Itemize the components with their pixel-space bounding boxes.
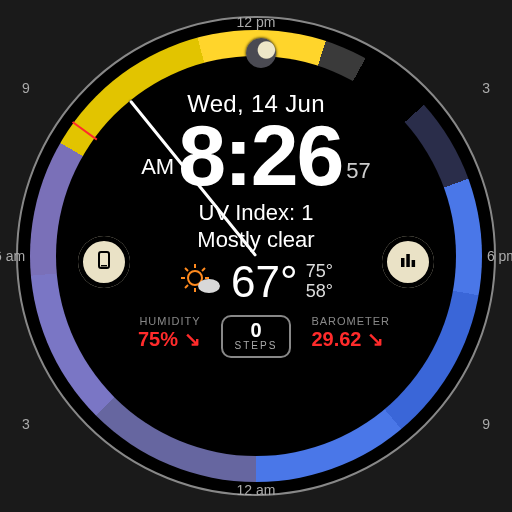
svg-line-10	[185, 268, 188, 271]
time-display[interactable]: AM 8:26 57	[66, 112, 446, 198]
phone-icon	[94, 250, 114, 275]
barometer-label: BAROMETER	[311, 315, 391, 327]
uv-index[interactable]: UV Index: 1	[66, 200, 446, 226]
tick-6pm: 6 pm	[487, 248, 512, 264]
time-seconds: 57	[346, 158, 370, 184]
center-info: Wed, 14 Jun AM 8:26 57 UV Index: 1 Mostl…	[66, 90, 446, 358]
tick-3am: 3	[22, 416, 30, 432]
temp-high: 75°	[306, 262, 333, 282]
tick-12am: 12 am	[237, 482, 276, 498]
tick-9am: 9	[22, 80, 30, 96]
tick-12pm: 12 pm	[237, 14, 276, 30]
svg-rect-3	[406, 254, 410, 267]
phone-shortcut-button[interactable]	[78, 236, 130, 288]
temp-current: 67°	[231, 257, 298, 307]
steps-label: STEPS	[235, 340, 278, 351]
sun-cloud-icon	[179, 262, 223, 302]
tick-6am: 6 am	[0, 248, 25, 264]
moon-phase-icon	[246, 38, 276, 68]
steps-button[interactable]: 0 STEPS	[221, 315, 292, 358]
activity-shortcut-button[interactable]	[382, 236, 434, 288]
tick-3pm: 3	[482, 80, 490, 96]
ampm: AM	[141, 154, 174, 180]
svg-line-13	[202, 268, 205, 271]
time-hm: 8:26	[178, 112, 342, 198]
barometer-value: 29.62 ↘	[311, 327, 391, 351]
steps-value: 0	[235, 320, 278, 340]
svg-rect-1	[101, 265, 107, 267]
svg-point-14	[198, 279, 220, 293]
watch-face: 12 pm 3 6 pm 9 12 am 3 6 am 9 Wed, 14 Ju…	[16, 16, 496, 496]
bars-icon	[398, 250, 418, 275]
humidity-label: HUMIDITY	[121, 315, 201, 327]
humidity-block[interactable]: HUMIDITY 75% ↘	[121, 315, 201, 351]
svg-rect-4	[412, 260, 416, 267]
svg-line-12	[185, 285, 188, 288]
barometer-block[interactable]: BAROMETER 29.62 ↘	[311, 315, 391, 351]
temp-low: 58°	[306, 282, 333, 302]
svg-rect-2	[401, 258, 405, 267]
humidity-value: 75% ↘	[121, 327, 201, 351]
tick-9pm: 9	[482, 416, 490, 432]
